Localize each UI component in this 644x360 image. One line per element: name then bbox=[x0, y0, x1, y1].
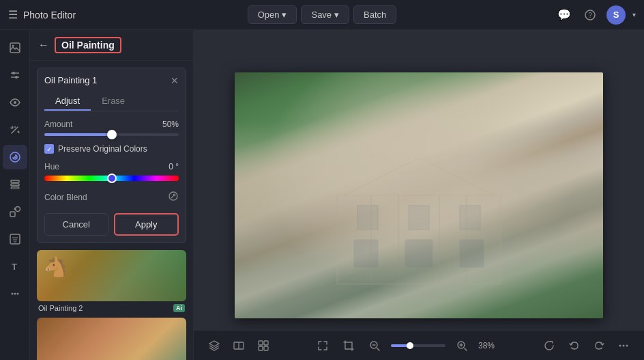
svg-line-45 bbox=[465, 348, 467, 350]
sidebar-icon-image[interactable] bbox=[3, 36, 27, 60]
open-button[interactable]: Open ▾ bbox=[248, 5, 297, 24]
undo-icon[interactable] bbox=[565, 336, 584, 355]
crop-icon[interactable] bbox=[339, 336, 358, 355]
svg-line-41 bbox=[377, 348, 379, 350]
sidebar-icon-layers[interactable] bbox=[3, 172, 27, 197]
card-header: Oil Painting 1 ✕ bbox=[44, 75, 179, 85]
color-blend-row: Color Blend bbox=[44, 191, 179, 204]
compare-icon[interactable] bbox=[229, 336, 248, 355]
color-blend-label: Color Blend bbox=[44, 193, 87, 202]
hue-slider-thumb[interactable] bbox=[107, 174, 117, 183]
effects-panel: ← Oil Painting Oil Painting 1 ✕ Adjust E… bbox=[30, 30, 194, 360]
hue-slider-track bbox=[44, 176, 179, 181]
svg-point-20 bbox=[16, 293, 18, 295]
svg-rect-31 bbox=[405, 240, 433, 267]
svg-point-8 bbox=[14, 101, 16, 104]
sidebar-icon-filter[interactable] bbox=[3, 227, 27, 251]
svg-rect-14 bbox=[10, 212, 15, 217]
card-title: Oil Painting 1 bbox=[44, 75, 97, 85]
help-icon-button[interactable]: ? bbox=[581, 5, 600, 25]
svg-point-48 bbox=[626, 344, 628, 346]
amount-slider-thumb[interactable] bbox=[107, 130, 117, 139]
layers-icon[interactable] bbox=[205, 336, 224, 355]
svg-point-3 bbox=[12, 45, 14, 47]
svg-rect-28 bbox=[409, 206, 429, 230]
apply-button[interactable]: Apply bbox=[114, 213, 179, 236]
svg-rect-32 bbox=[460, 240, 484, 267]
card-close-button[interactable]: ✕ bbox=[171, 76, 179, 85]
zoom-slider[interactable] bbox=[391, 344, 445, 347]
chat-icon-button[interactable]: 💬 bbox=[555, 5, 574, 25]
svg-point-7 bbox=[15, 76, 18, 79]
amount-label: Amount bbox=[44, 120, 72, 129]
hue-label: Hue bbox=[44, 162, 59, 171]
sidebar-icon-effects[interactable] bbox=[3, 145, 27, 169]
back-button[interactable]: ← bbox=[38, 40, 49, 51]
rotate-icon[interactable] bbox=[540, 336, 559, 355]
zoom-track bbox=[391, 344, 445, 347]
thumb-oil-3-image bbox=[37, 318, 186, 360]
svg-rect-29 bbox=[460, 206, 480, 230]
sidebar-icon-eye[interactable] bbox=[3, 90, 27, 115]
preserve-colors-label: Preserve Original Colors bbox=[58, 144, 147, 154]
svg-rect-35 bbox=[259, 341, 263, 345]
app-title: Photo Editor bbox=[23, 10, 76, 20]
svg-rect-16 bbox=[10, 234, 20, 244]
svg-rect-13 bbox=[11, 187, 19, 189]
save-button[interactable]: Save ▾ bbox=[301, 5, 349, 24]
sidebar-icon-text[interactable]: T bbox=[3, 254, 27, 279]
topbar-center: Open ▾ Save ▾ Batch bbox=[248, 5, 397, 24]
svg-point-46 bbox=[619, 344, 621, 346]
grid-icon[interactable] bbox=[254, 336, 273, 355]
zoom-out-icon[interactable] bbox=[365, 336, 384, 355]
svg-point-47 bbox=[623, 344, 625, 346]
panel-title: Oil Painting bbox=[55, 37, 121, 53]
amount-slider[interactable] bbox=[44, 133, 179, 136]
cancel-button[interactable]: Cancel bbox=[44, 213, 108, 236]
menu-icon[interactable]: ☰ bbox=[8, 8, 18, 21]
bottom-left-tools bbox=[205, 336, 273, 355]
topbar: ☰ Photo Editor Open ▾ Save ▾ Batch 💬 ? S… bbox=[0, 0, 644, 30]
bottom-center-zoom: 38% bbox=[313, 336, 500, 355]
avatar-chevron-icon[interactable]: ▾ bbox=[632, 11, 636, 18]
fit-screen-icon[interactable] bbox=[313, 336, 332, 355]
more-options-icon[interactable] bbox=[614, 336, 633, 355]
bottom-right-tools bbox=[540, 336, 633, 355]
zoom-in-icon[interactable] bbox=[452, 336, 471, 355]
redo-icon[interactable] bbox=[589, 336, 609, 355]
hue-value: 0 ° bbox=[169, 162, 179, 171]
zoom-thumb[interactable] bbox=[407, 342, 413, 349]
svg-rect-11 bbox=[11, 180, 19, 182]
preserve-colors-checkbox[interactable]: ✓ bbox=[44, 144, 54, 154]
list-item[interactable]: Oil Painting 3 Ai bbox=[37, 318, 186, 360]
amount-slider-fill bbox=[44, 133, 112, 136]
tab-erase[interactable]: Erase bbox=[91, 92, 136, 111]
sidebar-icon-magic[interactable] bbox=[3, 117, 27, 142]
sidebar-icon-sliders[interactable] bbox=[3, 63, 27, 87]
svg-point-19 bbox=[14, 293, 16, 295]
hue-control-row: Hue 0 ° bbox=[44, 162, 179, 171]
thumb-oil-2-image: 🐴 bbox=[37, 250, 186, 301]
sidebar-icon-shapes[interactable] bbox=[3, 199, 27, 224]
svg-point-6 bbox=[12, 72, 15, 74]
sidebar-icon-more[interactable] bbox=[3, 281, 27, 306]
batch-button[interactable]: Batch bbox=[353, 5, 396, 24]
svg-rect-30 bbox=[354, 240, 378, 267]
topbar-left: ☰ Photo Editor bbox=[8, 8, 248, 21]
list-item[interactable]: 🐴 Oil Painting 2 Ai bbox=[37, 250, 186, 314]
svg-point-15 bbox=[15, 207, 20, 212]
svg-rect-27 bbox=[357, 206, 378, 230]
tab-adjust[interactable]: Adjust bbox=[44, 92, 91, 111]
blend-edit-icon[interactable] bbox=[168, 191, 179, 204]
hue-slider[interactable] bbox=[44, 176, 179, 181]
zoom-percentage: 38% bbox=[478, 341, 500, 350]
svg-rect-12 bbox=[11, 184, 19, 186]
amount-slider-track bbox=[44, 133, 179, 136]
svg-point-10 bbox=[14, 156, 16, 158]
svg-point-18 bbox=[11, 293, 13, 295]
svg-text:?: ? bbox=[588, 12, 592, 19]
effect-card: Oil Painting 1 ✕ Adjust Erase Amount 50% bbox=[37, 68, 186, 243]
amount-control-row: Amount 50% bbox=[44, 120, 179, 129]
main-content: T ← Oil Painting Oil Painting 1 ✕ Ad bbox=[0, 30, 644, 360]
avatar[interactable]: S bbox=[606, 5, 626, 25]
